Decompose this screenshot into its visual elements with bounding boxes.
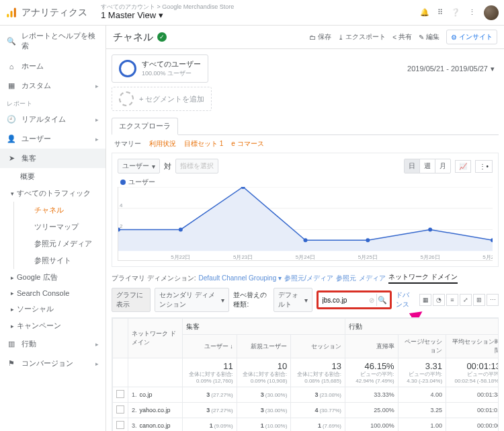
table-row[interactable]: 3.canon.co.jp 1(9.09%) 1(10.00%) 1(7.69%… — [113, 418, 499, 431]
subtab-usage[interactable]: 利用状況 — [149, 139, 176, 149]
sidebar-sub-source-medium[interactable]: 参照元 / メディア — [14, 235, 106, 252]
insight-button[interactable]: ⚙インサイト — [446, 30, 497, 44]
advanced-filter-link[interactable]: ドバンス — [396, 290, 415, 309]
col-users[interactable]: ユーザー ↓ — [183, 335, 237, 358]
subtab-summary[interactable]: サマリー — [114, 139, 141, 149]
dim-medium[interactable]: メディア — [359, 274, 386, 283]
sort-desc-icon: ↓ — [230, 343, 233, 350]
metric-selector[interactable]: ユーザー▾ — [118, 159, 160, 173]
gran-week[interactable]: 週 — [420, 159, 435, 173]
chart-type-motion-button[interactable]: ⋮• — [475, 160, 493, 173]
account-selector[interactable]: すべてのアカウント > Google Merchandise Store 1 M… — [101, 4, 234, 20]
sidebar-sub-alltraffic[interactable]: ▾すべてのトラフィック — [0, 185, 106, 202]
col-group-behavior: 行動 — [345, 319, 499, 335]
sidebar-item-realtime[interactable]: 🕘リアルタイム▸ — [0, 110, 106, 129]
main: チャネル ✓ 🗀保存 ⤓エクスポート <共有 ✎編集 ⚙インサイト すべてのユー… — [106, 26, 504, 431]
sidebar-sub-campaigns[interactable]: ▸キャンペーン — [0, 317, 106, 334]
add-segment-button[interactable]: + セグメントを追加 — [112, 87, 212, 111]
sidebar-item-behavior[interactable]: ▥行動▸ — [0, 334, 106, 354]
caret-down-icon: ▾ — [152, 163, 155, 170]
home-icon: ⌂ — [7, 63, 16, 71]
svg-rect-2 — [14, 7, 16, 17]
kebab-icon[interactable]: ⋮ — [468, 8, 476, 17]
svg-text:5月24日: 5月24日 — [296, 254, 315, 260]
sidebar-sub-search-console[interactable]: ▸Search Console — [0, 286, 106, 301]
table-view-pivot-button[interactable]: ⊞ — [473, 294, 485, 306]
col-bounce[interactable]: 直帰率 — [345, 335, 398, 358]
sort-type-selector[interactable]: デフォルト ▾ — [274, 288, 312, 312]
col-pps[interactable]: ページ/セッション — [398, 335, 446, 358]
save-button[interactable]: 🗀保存 — [309, 32, 331, 42]
sidebar-item-acquisition[interactable]: ➤集客 — [0, 149, 106, 168]
chevron-right-icon: ▸ — [11, 306, 14, 313]
col-avg-dur[interactable]: 平均セッション時間 — [446, 335, 499, 358]
edit-button[interactable]: ✎編集 — [419, 32, 439, 42]
subtab-goal1[interactable]: 目標セット 1 — [184, 139, 223, 149]
table-view-cloud-button[interactable]: ⋯ — [487, 294, 499, 306]
sidebar-search[interactable]: 🔍レポートとヘルプを検索 — [0, 26, 106, 56]
sidebar-sub-referrals[interactable]: 参照サイト — [14, 252, 106, 269]
svg-rect-1 — [11, 11, 13, 17]
compare-metric-selector[interactable]: 指標を選択 — [175, 159, 218, 173]
search-submit-button[interactable]: 🔍 — [376, 294, 388, 306]
svg-text:5月27日: 5月27日 — [482, 254, 493, 260]
caret-down-icon: ▾ — [304, 297, 308, 304]
sidebar-item-custom[interactable]: ▦カスタム▸ — [0, 76, 106, 95]
dim-network-domain[interactable]: ネットワーク ドメイン — [388, 272, 458, 284]
chevron-right-icon: ▸ — [95, 116, 99, 123]
chevron-right-icon: ▸ — [95, 136, 99, 143]
table-view-compare-button[interactable]: ⤢ — [460, 294, 472, 306]
secondary-dimension-selector[interactable]: セカンダリ ディメンション ▾ — [155, 288, 229, 312]
data-table: ネットワーク ドメイン 集客 行動 コンバージョン eコマース ▾ ユーザー ↓… — [112, 317, 499, 431]
chevron-right-icon: ▸ — [11, 323, 14, 329]
share-button[interactable]: <共有 — [392, 32, 412, 42]
chart-card: ユーザー▾ 対 指標を選択 日 週 月 📈 ⋮• ユーザー 2465月22日5月… — [112, 153, 499, 267]
sidebar-sub-google-ads[interactable]: ▸Google 広告 — [0, 269, 106, 286]
help-icon[interactable]: ❔ — [451, 8, 460, 17]
insight-icon: ⚙ — [451, 34, 457, 41]
row-checkbox[interactable] — [116, 390, 124, 398]
vs-label: 対 — [164, 161, 171, 171]
table-view-data-button[interactable]: ▦ — [419, 294, 431, 306]
chart-type-line-button[interactable]: 📈 — [455, 160, 471, 173]
table-row[interactable]: 2.yahoo.co.jp 3(27.27%) 3(30.00%) 4(30.7… — [113, 403, 499, 418]
plot-rows-button[interactable]: グラフに表示 — [112, 288, 151, 312]
dim-default[interactable]: Default Channel Grouping ▾ — [199, 274, 282, 282]
svg-text:5月23日: 5月23日 — [233, 254, 253, 260]
apps-grid-icon[interactable]: ⠿ — [437, 8, 443, 17]
segment-all-users[interactable]: すべてのユーザー100.00% ユーザー — [112, 54, 208, 83]
view-name: 1 Master View▾ — [101, 11, 234, 20]
totals-row: 11全体に対する割合: 0.09% (12,760) 10全体に対する割合: 0… — [113, 358, 499, 387]
svg-text:5月22日: 5月22日 — [171, 254, 190, 260]
row-checkbox[interactable] — [116, 405, 124, 414]
svg-rect-0 — [7, 13, 9, 17]
sidebar-sub-treemap[interactable]: ツリーマップ — [14, 219, 106, 235]
report-title: チャネル — [113, 31, 153, 44]
sidebar-item-audience[interactable]: 👤ユーザー▸ — [0, 129, 106, 149]
date-range-picker[interactable]: 2019/05/21 - 2019/05/27▾ — [403, 62, 499, 76]
dim-source-medium[interactable]: 参照元/メディア — [284, 274, 333, 283]
bell-icon[interactable]: 🔔 — [420, 8, 429, 17]
row-checkbox[interactable] — [116, 421, 124, 429]
subtab-ecommerce[interactable]: e コマース — [231, 139, 263, 149]
col-sessions[interactable]: セッション — [291, 335, 345, 358]
table-view-percent-button[interactable]: ◔ — [433, 294, 445, 306]
table-row[interactable]: 1.co.jp 3(27.27%) 3(30.00%) 3(23.08%) 33… — [113, 387, 499, 403]
clear-icon[interactable]: ⊘ — [367, 297, 376, 304]
sidebar-sub-channels[interactable]: チャネル — [14, 202, 106, 219]
col-new-users[interactable]: 新規ユーザー — [237, 335, 291, 358]
dim-source[interactable]: 参照元 — [336, 274, 356, 283]
table-search-input[interactable] — [320, 295, 367, 305]
gran-month[interactable]: 月 — [435, 159, 450, 173]
sidebar-sub-social[interactable]: ▸ソーシャル — [0, 301, 106, 317]
chevron-right-icon: ▸ — [95, 360, 99, 367]
avatar[interactable] — [484, 5, 499, 20]
gran-day[interactable]: 日 — [405, 159, 420, 173]
tab-explorer[interactable]: エクスプローラ — [112, 118, 178, 135]
sidebar-item-home[interactable]: ⌂ホーム — [0, 56, 106, 76]
col-dimension[interactable]: ネットワーク ドメイン — [128, 319, 183, 358]
sidebar-item-conversions[interactable]: ⚑コンバージョン▸ — [0, 354, 106, 373]
export-button[interactable]: ⤓エクスポート — [338, 32, 386, 42]
table-view-perf-button[interactable]: ≡ — [446, 294, 458, 306]
sidebar-sub-overview[interactable]: 概要 — [0, 168, 106, 185]
